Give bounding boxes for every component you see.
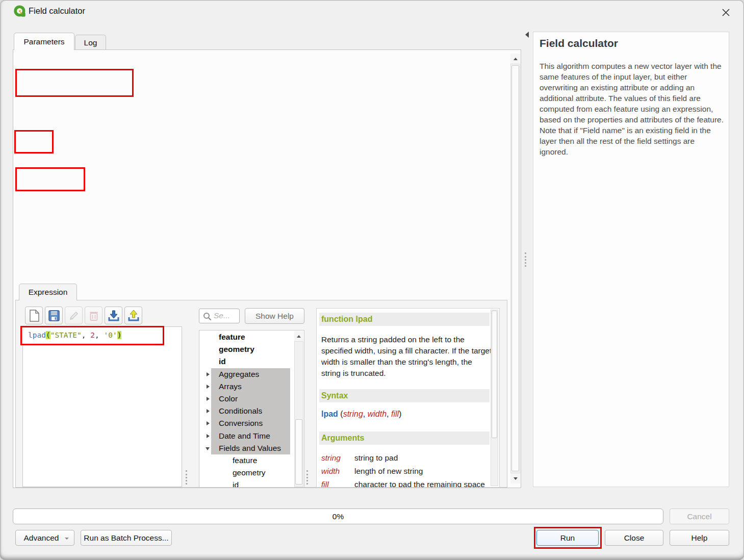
pencil-icon	[68, 310, 80, 321]
expression-token: "STATE"	[50, 331, 82, 339]
run-batch-button[interactable]: Run as Batch Process...	[81, 530, 172, 546]
expand-right-icon[interactable]	[207, 372, 210, 376]
tree-item-conditionals[interactable]: Conditionals	[199, 405, 304, 417]
tree-item-geometry-child[interactable]: geometry	[199, 467, 304, 479]
expand-right-icon[interactable]	[207, 385, 210, 389]
tree-item-id-child[interactable]: id	[199, 479, 304, 488]
scroll-up-icon	[514, 58, 518, 60]
export-expression-button[interactable]	[124, 307, 142, 324]
help-button[interactable]: Help	[670, 530, 729, 546]
tree-item-date-and-time[interactable]: Date and Time	[199, 430, 304, 442]
pane-scroll-up-button[interactable]	[510, 54, 520, 64]
search-icon	[203, 312, 212, 321]
tree-item-aggregates[interactable]: Aggregates	[199, 368, 304, 380]
algorithm-title: Field calculator	[540, 37, 618, 49]
tree-item-feature[interactable]: feature	[199, 331, 304, 343]
tree-item-arrays[interactable]: Arrays	[199, 380, 304, 393]
expression-token: )	[117, 331, 122, 339]
tree-item-geometry[interactable]: geometry	[199, 343, 304, 355]
algorithm-description: This algorithm computes a new vector lay…	[540, 61, 724, 157]
expand-right-icon[interactable]	[207, 397, 210, 401]
close-button[interactable]: Close	[605, 530, 663, 546]
tree-item-conversions[interactable]: Conversions	[199, 417, 304, 429]
collapse-panel-icon[interactable]	[525, 32, 529, 38]
edit-expression-button	[65, 307, 83, 324]
splitter-handle[interactable]	[306, 470, 308, 485]
syntax-line: lpad (string, width, fill)	[321, 410, 401, 419]
tree-scrollbar[interactable]	[294, 341, 303, 487]
run-button[interactable]: Run	[536, 530, 599, 546]
new-expression-button[interactable]	[25, 307, 43, 324]
scroll-up-button[interactable]	[294, 331, 303, 341]
expression-token: (	[46, 331, 50, 339]
help-scrollbar[interactable]	[491, 310, 498, 486]
expression-token: 2	[90, 331, 95, 339]
progress-value: 0%	[332, 512, 344, 521]
argument-row: stringstring to pad	[321, 453, 398, 463]
function-help-description: Returns a string padded on the left to t…	[321, 334, 494, 379]
close-icon[interactable]	[718, 5, 733, 19]
splitter-handle[interactable]	[186, 470, 187, 485]
delete-expression-button	[85, 307, 102, 324]
search-input[interactable]	[214, 311, 236, 320]
pane-scroll-down-button[interactable]	[510, 473, 520, 483]
expand-right-icon[interactable]	[207, 434, 210, 438]
tree-scrollbar-thumb[interactable]	[295, 419, 302, 485]
argument-row: fillcharacter to pad the remaining space	[321, 480, 485, 488]
expand-down-icon[interactable]	[206, 447, 210, 450]
new-file-icon	[29, 310, 39, 322]
function-tree: feature geometry id Aggregates Arrays Co…	[199, 330, 304, 488]
expression-editor[interactable]: lpad("STATE", 2, '0')	[22, 326, 182, 487]
tab-expression[interactable]: Expression	[19, 284, 77, 300]
expression-token: lpad	[28, 331, 46, 339]
function-help-title: function lpad	[319, 313, 490, 326]
expand-right-icon[interactable]	[207, 409, 210, 413]
window-title: Field calculator	[29, 6, 85, 16]
tab-parameters[interactable]: Parameters	[14, 33, 74, 50]
expression-token: ,	[82, 331, 90, 339]
chevron-down-icon	[65, 538, 69, 540]
arguments-heading: Arguments	[319, 431, 490, 445]
expression-code: lpad("STATE", 2, '0')	[28, 331, 121, 339]
help-scrollbar-thumb[interactable]	[492, 311, 497, 438]
show-help-button[interactable]: Show Help	[245, 308, 304, 324]
syntax-heading: Syntax	[319, 389, 490, 402]
progress-bar: 0%	[13, 508, 663, 524]
pane-scrollbar-thumb[interactable]	[511, 65, 519, 471]
export-arrow-icon	[127, 310, 140, 322]
import-arrow-icon	[108, 310, 120, 322]
import-expression-button[interactable]	[105, 307, 122, 324]
tree-item-color[interactable]: Color	[199, 393, 304, 405]
tab-log[interactable]: Log	[75, 35, 106, 50]
expand-right-icon[interactable]	[207, 421, 210, 425]
trash-icon	[89, 310, 99, 321]
cancel-button: Cancel	[670, 508, 729, 524]
save-icon	[48, 310, 60, 321]
expression-token: ,	[95, 331, 104, 339]
algorithm-help-panel: Field calculator This algorithm computes…	[533, 32, 729, 487]
expression-token: '0'	[104, 331, 117, 339]
panel-splitter-handle[interactable]	[525, 252, 526, 267]
function-search-box	[199, 309, 240, 323]
scroll-down-icon	[514, 477, 518, 480]
qgis-logo-icon	[14, 5, 26, 17]
save-expression-button[interactable]	[45, 307, 63, 324]
argument-row: widthlength of new string	[321, 467, 423, 476]
function-help-panel: function lpad Returns a string padded on…	[316, 308, 500, 488]
tree-item-id[interactable]: id	[199, 355, 304, 368]
scroll-up-icon	[297, 335, 301, 338]
tree-item-fields-and-values[interactable]: Fields and Values	[199, 442, 304, 454]
pane-scrollbar[interactable]	[510, 64, 520, 473]
tree-item-feature-child[interactable]: feature	[199, 454, 304, 467]
field-calculator-dialog: Field calculator Parameters Log Input la…	[0, 0, 744, 560]
advanced-button[interactable]: Advanced	[15, 530, 74, 546]
